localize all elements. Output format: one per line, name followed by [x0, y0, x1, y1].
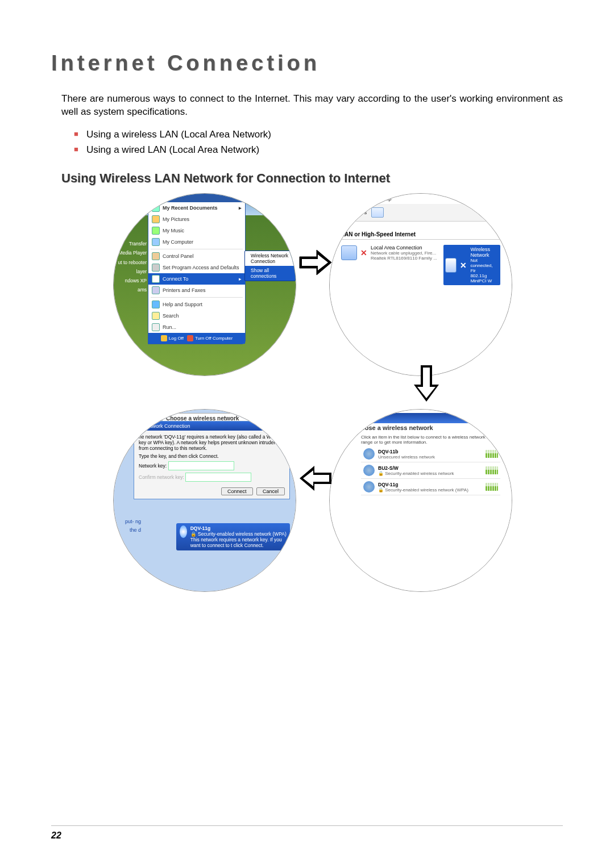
menu-help[interactable]: Help — [330, 196, 512, 204]
dialog-hint: Type the key, and then click Connect. — [139, 453, 285, 459]
confirm-key-input[interactable] — [185, 473, 251, 482]
signal-bars-icon — [486, 483, 498, 491]
wireless-icon — [445, 258, 457, 273]
menu-printers-faxes[interactable]: Printers and Faxes — [148, 285, 245, 296]
network-item[interactable]: BU2-S/W🔒 Security-enabled wireless netwo… — [361, 462, 500, 479]
logoff-button[interactable]: Log Off — [161, 335, 184, 341]
folders-button[interactable]: Folders — [350, 210, 367, 215]
menu-connect-to[interactable]: Connect To▸ — [148, 273, 245, 285]
screenshot-wireless-list: oose a wireless network Click an item in… — [330, 410, 512, 591]
network-list: DQV-11bUnsecured wireless network BU2-S/… — [361, 446, 500, 495]
section-lan-header: LAN or High-Speed Internet — [341, 231, 500, 240]
side-tabs: put- ng the d — [118, 518, 141, 534]
error-x-icon: ✕ — [460, 261, 467, 270]
choose-network-title: oose a wireless network — [361, 424, 433, 431]
page-title: Internet Connection — [51, 51, 563, 76]
advanced-link[interactable]: dvanced — [118, 569, 138, 574]
signal-icon — [363, 481, 375, 493]
desktop-left-icons: Transfer Media Player ut to rebooter lay… — [114, 239, 147, 294]
back-icon[interactable]: ⟵ — [335, 208, 345, 216]
start-menu-footer: Log Off Turn Off Computer — [148, 333, 245, 344]
screenshot-key-dialog: Choose a wireless network ss Network Con… — [114, 410, 296, 591]
menu-run[interactable]: Run... — [148, 322, 245, 333]
menu-my-music[interactable]: My Music — [148, 225, 245, 236]
network-item[interactable]: DQV-11g🔒 Security-enabled wireless netwo… — [361, 479, 500, 495]
turnoff-button[interactable]: Turn Off Computer — [187, 335, 233, 341]
menu-my-pictures[interactable]: My Pictures — [148, 214, 245, 225]
network-item[interactable]: DQV-11bUnsecured wireless network — [361, 446, 500, 462]
choose-network-hint: Click an item in the list below to conne… — [361, 435, 500, 445]
arrow-down-icon — [412, 364, 441, 411]
bullet-item: Using a wired LAN (Local Area Network) — [74, 142, 563, 157]
arrow-right-icon — [298, 248, 333, 284]
network-key-input[interactable] — [168, 461, 234, 470]
taskbar-item[interactable]: Windows Media Player — [114, 360, 152, 372]
dialog-titlebar: ss Network Connection — [134, 422, 289, 431]
signal-icon — [363, 448, 375, 460]
menu-set-program-access[interactable]: Set Program Access and Defaults — [148, 262, 245, 273]
menu-help-support[interactable]: Help and Support — [148, 299, 245, 310]
dialog-message: he network 'DQV-11g' requires a network … — [139, 434, 285, 451]
network-key-dialog: ss Network Connection he network 'DQV-11… — [134, 421, 290, 499]
section-subtitle: Using Wireless LAN Network for Connectio… — [61, 171, 563, 186]
signal-bars-icon — [486, 450, 498, 458]
menu-control-panel[interactable]: Control Panel — [148, 251, 245, 262]
cancel-button[interactable]: Cancel — [256, 487, 285, 495]
page-footer: 22 — [51, 825, 563, 841]
document-page: Internet Connection There are numerous w… — [0, 0, 614, 868]
intro-paragraph: There are numerous ways to connect to th… — [51, 93, 563, 119]
page-number: 22 — [51, 831, 61, 840]
bullet-list: Using a wireless LAN (Local Area Network… — [51, 127, 563, 157]
wireless-connection-item[interactable]: ✕ Wireless Network Not connected, Fir 80… — [443, 245, 500, 285]
lan-icon — [341, 245, 357, 260]
arrow-left-icon — [298, 464, 333, 500]
error-x-icon: ✕ — [360, 248, 367, 257]
connect-button[interactable]: Connect — [221, 487, 253, 495]
menu-search[interactable]: Search — [148, 310, 245, 322]
submenu-show-all[interactable]: Show all connections — [245, 266, 295, 281]
menu-recent-documents[interactable]: My Recent Documents▸ — [148, 202, 245, 214]
signal-icon — [363, 465, 375, 476]
view-icon[interactable] — [371, 207, 384, 218]
start-menu[interactable]: My Recent Documents▸ My Pictures My Musi… — [148, 194, 246, 344]
signal-icon — [180, 525, 187, 538]
diagram-area: Transfer Media Player ut to rebooter lay… — [74, 194, 563, 750]
signal-bars-icon — [486, 466, 498, 474]
screenshot-network-connections: Help ⟵ Folders LAN or High-Speed Interne… — [330, 194, 512, 375]
menu-my-computer[interactable]: My Computer — [148, 236, 245, 248]
selected-network-panel[interactable]: DQV-11g 🔒 Security-enabled wireless netw… — [176, 523, 290, 550]
bullet-item: Using a wireless LAN (Local Area Network… — [74, 127, 563, 142]
screenshot-start-menu: Transfer Media Player ut to rebooter lay… — [114, 194, 296, 375]
connect-to-submenu[interactable]: Wireless Network Connection Show all con… — [244, 251, 296, 281]
submenu-wireless-connection[interactable]: Wireless Network Connection — [245, 251, 295, 266]
toolbar: ⟵ Folders — [330, 204, 512, 222]
